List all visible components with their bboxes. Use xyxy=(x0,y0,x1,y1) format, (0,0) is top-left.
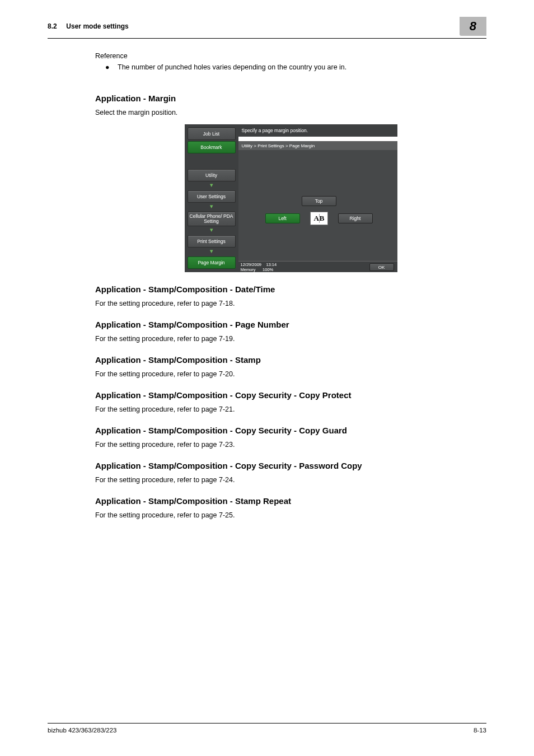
section-stamp: Application - Stamp/Composition - Stamp … xyxy=(95,355,486,378)
section-copyprotect: Application - Stamp/Composition - Copy S… xyxy=(95,390,486,413)
running-head-left: 8.2 User mode settings xyxy=(48,22,129,30)
section-pagenum: Application - Stamp/Composition - Page N… xyxy=(95,320,486,343)
section-application-margin: Application - Margin Select the margin p… xyxy=(95,94,486,272)
reference-bullet-row: ● The number of punched holes varies dep… xyxy=(105,63,486,81)
ok-button[interactable]: OK xyxy=(369,263,394,271)
footer-model: bizhub 423/363/283/223 xyxy=(48,727,116,734)
body-stamprepeat: For the setting procedure, refer to page… xyxy=(95,511,486,519)
option-right[interactable]: Right xyxy=(338,213,373,223)
footer-rule xyxy=(48,723,486,724)
reference-text: The number of punched holes varies depen… xyxy=(118,63,346,71)
body-stamp: For the setting procedure, refer to page… xyxy=(95,370,486,378)
heading-stamprepeat: Application - Stamp/Composition - Stamp … xyxy=(95,496,486,506)
heading-passwordcopy: Application - Stamp/Composition - Copy S… xyxy=(95,461,486,470)
status-time: 13:14 xyxy=(266,262,277,267)
heading-margin: Application - Margin xyxy=(95,94,486,103)
nav-print-settings[interactable]: Print Settings xyxy=(188,235,236,248)
ui-nav-column: Job List Bookmark Utility ▾ User Setting… xyxy=(185,124,238,272)
status-memory-label: Memory xyxy=(241,267,256,272)
footer-page-number: 8-13 xyxy=(474,727,486,734)
nav-bookmark[interactable]: Bookmark xyxy=(188,141,236,153)
body-passwordcopy: For the setting procedure, refer to page… xyxy=(95,476,486,484)
page-header: 8.2 User mode settings 8 xyxy=(0,0,534,36)
page-content: Reference ● The number of punched holes … xyxy=(0,39,534,519)
body-pagenum: For the setting procedure, refer to page… xyxy=(95,335,486,343)
chapter-number: 8 xyxy=(470,19,476,33)
ui-instruction-bar: Specify a page margin position. xyxy=(238,124,397,137)
section-datetime: Application - Stamp/Composition - Date/T… xyxy=(95,284,486,307)
nav-page-margin[interactable]: Page Margin xyxy=(188,256,236,269)
nav-arrow-1: ▾ xyxy=(210,183,213,189)
status-date-block: 12/29/2009 13:14 Memory 100% xyxy=(241,262,277,272)
section-copyguard: Application - Stamp/Composition - Copy S… xyxy=(95,426,486,449)
chapter-badge: 8 xyxy=(460,17,486,36)
ui-main-column: Specify a page margin position. Utility … xyxy=(238,124,397,272)
option-left[interactable]: Left xyxy=(265,213,300,223)
margin-preview-icon: A B xyxy=(310,212,328,225)
device-ui-screenshot: Job List Bookmark Utility ▾ User Setting… xyxy=(185,124,397,272)
heading-copyprotect: Application - Stamp/Composition - Copy S… xyxy=(95,390,486,400)
status-date: 12/29/2009 xyxy=(241,262,262,267)
heading-copyguard: Application - Stamp/Composition - Copy S… xyxy=(95,426,486,435)
section-passwordcopy: Application - Stamp/Composition - Copy S… xyxy=(95,461,486,484)
body-margin: Select the margin position. xyxy=(95,109,486,116)
body-datetime: For the setting procedure, refer to page… xyxy=(95,300,486,307)
reference-label: Reference xyxy=(95,52,486,60)
heading-datetime: Application - Stamp/Composition - Date/T… xyxy=(95,284,486,294)
nav-user-settings[interactable]: User Settings xyxy=(188,190,236,203)
section-stamprepeat: Application - Stamp/Composition - Stamp … xyxy=(95,496,486,519)
option-top[interactable]: Top xyxy=(302,196,336,206)
heading-pagenum: Application - Stamp/Composition - Page N… xyxy=(95,320,486,329)
footer-row: bizhub 423/363/283/223 8-13 xyxy=(48,727,486,734)
nav-job-list[interactable]: Job List xyxy=(188,128,236,140)
section-number: 8.2 xyxy=(48,22,57,30)
ui-options-area: Top Left Right A B xyxy=(238,150,397,261)
ui-separator xyxy=(238,137,397,141)
status-memory-value: 100% xyxy=(263,267,273,272)
nav-utility[interactable]: Utility xyxy=(188,169,236,181)
bullet-icon: ● xyxy=(105,63,118,71)
page-footer: bizhub 423/363/283/223 8-13 xyxy=(48,723,486,734)
nav-arrow-2: ▾ xyxy=(210,204,213,211)
body-copyguard: For the setting procedure, refer to page… xyxy=(95,441,486,449)
body-copyprotect: For the setting procedure, refer to page… xyxy=(95,405,486,413)
heading-stamp: Application - Stamp/Composition - Stamp xyxy=(95,355,486,365)
section-title: User mode settings xyxy=(66,22,128,30)
ui-breadcrumb: Utility > Print Settings > Page Margin xyxy=(238,141,397,150)
nav-arrow-3: ▾ xyxy=(210,227,213,234)
nav-cellular-pda[interactable]: Cellular Phone/ PDA Setting xyxy=(188,212,236,226)
ui-status-bar: 12/29/2009 13:14 Memory 100% OK xyxy=(238,261,397,272)
nav-arrow-4: ▾ xyxy=(210,249,213,255)
